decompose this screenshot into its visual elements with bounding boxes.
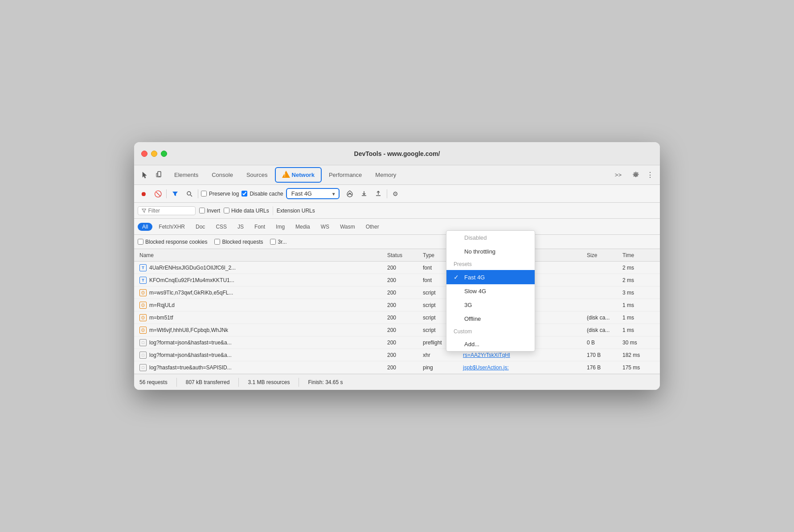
dropdown-item-offline[interactable]: Offline [446,312,535,326]
third-party-label[interactable]: 3r... [270,239,286,245]
hide-data-checkbox[interactable] [224,208,229,213]
header-status: Status [385,252,421,258]
row-name: ⟨⟩ m=bm51tf [138,314,385,321]
disable-cache-label[interactable]: Disable cache [241,191,283,197]
tab-console[interactable]: Console [205,169,239,181]
blocked-requests-checkbox[interactable] [214,239,220,245]
row-size: (disk ca... [585,327,621,333]
pill-fetch-xhr[interactable]: Fetch/XHR [154,223,189,231]
row-status: 200 [385,364,421,371]
pill-wasm[interactable]: Wasm [336,223,360,231]
close-button[interactable] [141,151,147,157]
row-initiator: rs=AA2YrTskXiTqHl [461,352,585,358]
pill-media[interactable]: Media [291,223,315,231]
svg-rect-2 [156,173,158,177]
network-settings-button[interactable]: ⚙ [390,188,401,200]
tab-network[interactable]: Network [275,167,322,183]
blocked-response-cookies-label[interactable]: Blocked response cookies [138,239,207,245]
header-size: Size [585,252,621,258]
dropdown-item-slow4g[interactable]: Slow 4G [446,284,535,298]
row-name: ⟨⟩ m=Wt6vjf,hhhU8,FCpbqb,WhJNk [138,327,385,334]
toolbar-right-icons: ⚙ [344,188,401,200]
filter-divider [273,206,273,215]
import-har-button[interactable] [372,188,384,200]
resources-size: 3.1 MB resources [248,379,290,385]
toolbar-divider-1 [166,189,167,198]
pill-all[interactable]: All [138,223,152,231]
tab-sources[interactable]: Sources [240,169,274,181]
dropdown-item-add[interactable]: Add... [446,337,535,351]
dropdown-item-fast4g[interactable]: ✓ Fast 4G [446,270,535,284]
table-header: Name Status Type Initiator Size Time [134,249,660,262]
pill-font[interactable]: Font [250,223,270,231]
row-name: □ log?format=json&hasfast=true&a... [138,352,385,359]
table-row[interactable]: ⟨⟩ m=RqjULd 200 script 58 (disk ca... 1 … [134,299,660,311]
settings-button[interactable] [630,169,642,181]
minimize-button[interactable] [151,151,157,157]
pill-ws[interactable]: WS [316,223,334,231]
third-party-checkbox[interactable] [270,239,276,245]
table-row[interactable]: ⟨⟩ m=bm51tf 200 script moduleloader.js:5… [134,311,660,324]
pill-css[interactable]: CSS [211,223,231,231]
throttle-select[interactable]: Fast 4G No throttling Slow 4G 3G Offline [286,188,340,199]
preserve-log-label[interactable]: Preserve log [201,191,239,197]
row-type: ping [421,364,461,371]
pill-js[interactable]: JS [233,223,248,231]
requests-count: 56 requests [139,379,168,385]
filter-button[interactable] [169,188,181,200]
table-row[interactable]: □ log?hasfast=true&auth=SAPISID... 200 p… [134,361,660,374]
dropdown-section-custom: Custom [446,326,535,337]
blocked-response-cookies-checkbox[interactable] [138,239,143,245]
traffic-lights [141,151,167,157]
device-toolbar-button[interactable] [153,168,167,182]
table-row[interactable]: ⟨⟩ m=Wt6vjf,hhhU8,FCpbqb,WhJNk 200 scrip… [134,324,660,336]
row-time: 2 ms [621,265,656,271]
table-row[interactable]: ⟨⟩ m=ws9Tlc,n73qwf,GkRiKb,e5qFL... 200 s… [134,286,660,299]
dropdown-item-3g[interactable]: 3G [446,298,535,312]
dropdown-section-presets: Presets [446,258,535,270]
pill-img[interactable]: Img [271,223,289,231]
blocked-requests-label[interactable]: Blocked requests [214,239,263,245]
filter-input-wrap [138,206,196,215]
row-status: 200 [385,277,421,283]
table-row[interactable]: □ log?format=json&hasfast=true&a... 200 … [134,336,660,349]
network-toolbar: ⏺ 🚫 Preserve log Disable cache Fast 4G [134,185,660,203]
row-name: T KFOmCnqEu92Fr1Mu4mxKKTU1... [138,277,385,284]
titlebar: DevTools - www.google.com/ [134,142,660,165]
maximize-button[interactable] [161,151,167,157]
pill-other[interactable]: Other [361,223,384,231]
script-icon: ⟨⟩ [139,289,147,296]
tab-performance[interactable]: Performance [323,169,368,181]
row-time: 1 ms [621,302,656,308]
invert-label[interactable]: Invert [199,208,220,214]
header-time: Time [621,252,656,258]
tab-elements[interactable]: Elements [168,169,205,181]
devtools-window: DevTools - www.google.com/ Elements Cons… [134,142,660,390]
svg-line-4 [191,195,192,196]
search-button[interactable] [184,188,195,200]
network-conditions-button[interactable] [344,188,356,200]
hide-data-label[interactable]: Hide data URLs [224,208,269,214]
pill-doc[interactable]: Doc [191,223,209,231]
preserve-log-checkbox[interactable] [201,191,207,196]
disable-cache-text: Disable cache [250,191,283,197]
row-status: 200 [385,352,421,358]
doc-icon: □ [139,352,147,359]
row-initiator: jspb$UserAction.js: [461,364,585,371]
cursor-tool-button[interactable] [138,168,152,182]
row-size: 0 B [585,340,621,346]
invert-checkbox[interactable] [199,208,205,213]
record-button[interactable]: ⏺ [138,188,149,200]
export-har-button[interactable] [358,188,370,200]
tab-memory[interactable]: Memory [369,169,402,181]
clear-button[interactable]: 🚫 [152,188,164,200]
filter-input[interactable] [148,208,192,214]
tab-more[interactable]: >> [609,169,628,181]
disable-cache-checkbox[interactable] [241,191,247,196]
dropdown-item-no-throttling[interactable]: No throttling [446,245,535,258]
table-row[interactable]: T 4UaRrENHsxJlGDuGo1OIlJfC6l_2... 200 fo… [134,262,660,274]
table-row[interactable]: □ log?format=json&hasfast=true&a... 200 … [134,349,660,361]
table-row[interactable]: T KFOmCnqEu92Fr1Mu4mxKKTU1... 200 font n… [134,274,660,286]
more-options-button[interactable]: ⋮ [644,169,656,181]
row-time: 1 ms [621,327,656,333]
